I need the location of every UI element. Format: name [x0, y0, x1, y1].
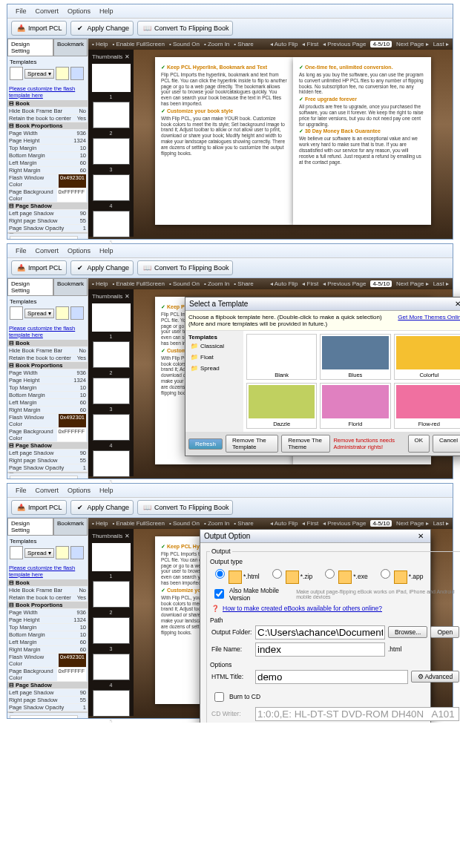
prop-row[interactable]: Page Height1324 — [7, 137, 88, 145]
help-link[interactable]: How to make created eBooks available for… — [223, 605, 382, 612]
open-button[interactable]: Open — [430, 626, 459, 638]
close-icon[interactable]: ✕ — [125, 53, 130, 60]
template-dazzle[interactable]: Dazzle — [246, 383, 317, 429]
ctrl-next-page[interactable]: Next Page ▸ — [396, 520, 429, 527]
template-blues[interactable]: Blues — [320, 334, 390, 380]
page-indicator[interactable]: 4-5/10 — [370, 41, 392, 47]
ctrl-previous-page[interactable]: ◂ Previous Page — [323, 280, 366, 287]
customize-link[interactable]: Please customize the flash template here — [7, 323, 88, 340]
ctrl-auto-flip[interactable]: ◂ Auto Flip — [270, 280, 298, 287]
ctrl-zoom-in[interactable]: • Zoom In — [204, 280, 229, 287]
refresh-button[interactable]: Refresh — [188, 438, 223, 450]
prop-header[interactable]: ⊟ Page Shadow — [7, 442, 88, 450]
prop-row[interactable]: Page Shadow Opacity1 — [7, 464, 88, 472]
page-indicator[interactable]: 4-5/10 — [370, 520, 392, 527]
prop-row[interactable]: Left Margin60 — [7, 160, 88, 167]
template-colorful[interactable]: Colorful — [394, 334, 460, 380]
prop-header[interactable]: ⊟ Book Proportions — [7, 122, 88, 130]
ctrl-first[interactable]: ◂ First — [302, 280, 318, 287]
ctrl-next-page[interactable]: Next Page ▸ — [396, 41, 429, 47]
prop-row[interactable]: Bottom Margin10 — [7, 392, 88, 399]
browse-button[interactable]: Browse... — [388, 626, 427, 638]
thumbnail-2[interactable] — [93, 102, 130, 128]
ctrl-share[interactable]: • Share — [234, 41, 253, 47]
menu-help[interactable]: Help — [95, 485, 118, 496]
ctrl-share[interactable]: • Share — [234, 520, 253, 527]
template-open-icon[interactable] — [56, 67, 69, 80]
prop-row[interactable]: Page Background Color0xFFFFFF — [7, 188, 88, 203]
menu-help[interactable]: Help — [95, 6, 118, 16]
prop-header[interactable]: ⊟ Page Shadow — [7, 203, 88, 210]
remove-theme-button[interactable]: Remove The Theme — [281, 435, 330, 453]
template-flow-red[interactable]: Flow-red — [394, 383, 460, 429]
thumbnail-5[interactable] — [93, 690, 130, 717]
prop-header[interactable]: ⊟ Book Proportions — [7, 602, 88, 609]
thumbnail-3[interactable] — [93, 138, 130, 165]
menu-help[interactable]: Help — [95, 246, 118, 256]
burn-checkbox[interactable] — [214, 692, 224, 702]
ctrl-help[interactable]: • Help — [92, 41, 108, 47]
prop-header[interactable]: ⊟ Book — [7, 100, 88, 108]
thumbnail-1[interactable] — [92, 64, 131, 92]
ctrl-help[interactable]: • Help — [92, 520, 108, 527]
template-blank[interactable]: Blank — [246, 334, 317, 380]
prop-row[interactable]: Retain the book to centerYes — [7, 594, 88, 602]
close-icon[interactable]: ✕ — [452, 300, 460, 308]
prop-row[interactable]: Left Margin60 — [7, 399, 88, 407]
close-icon[interactable]: ✕ — [415, 532, 427, 540]
prop-row[interactable]: Page Width936 — [7, 609, 88, 617]
convert-button[interactable]: 📖Convert To Flipping Book — [137, 21, 233, 36]
template-save-icon[interactable] — [70, 546, 84, 559]
ctrl-last[interactable]: Last ▸ — [433, 41, 449, 47]
radio-html[interactable]: *.html — [211, 567, 260, 584]
template-save-icon[interactable] — [70, 306, 84, 320]
prop-header[interactable]: ⊟ Book — [7, 579, 88, 587]
prop-row[interactable]: Hide Book Frame BarNo — [7, 108, 88, 115]
close-icon[interactable]: ✕ — [125, 533, 130, 539]
cd-writer-select[interactable] — [255, 707, 459, 721]
ctrl-enable-fullscreen[interactable]: • Enable FullScreen — [112, 41, 164, 47]
prop-row[interactable]: Bottom Margin10 — [7, 631, 88, 639]
prop-row[interactable]: Page Background Color0xFFFFFF — [7, 428, 88, 442]
prop-row[interactable]: Retain the book to centerYes — [7, 355, 88, 362]
ctrl-last[interactable]: Last ▸ — [433, 280, 449, 287]
book-area[interactable]: Keep PCL Hyperlink, Bookmark and TextFli… — [134, 50, 453, 237]
radio-exe[interactable]: *.exe — [321, 567, 367, 584]
thumbnail-3[interactable] — [93, 617, 130, 644]
import-button[interactable]: 📥Import PCL — [11, 500, 67, 515]
prop-row[interactable]: Right Margin60 — [7, 646, 88, 654]
tab-design[interactable]: Design Setting — [7, 518, 53, 536]
filename-input[interactable] — [255, 642, 385, 657]
prop-row[interactable]: Right Margin60 — [7, 407, 88, 414]
ok-button[interactable]: OK — [408, 435, 430, 453]
menu-options[interactable]: Options — [63, 246, 95, 256]
thumbnail-4[interactable] — [93, 174, 130, 201]
prop-row[interactable]: Right page Shadow55 — [7, 697, 88, 704]
prop-row[interactable]: Retain the book to centerYes — [7, 115, 88, 122]
template-open-icon[interactable] — [56, 306, 69, 320]
import-button[interactable]: 📥Import PCL — [11, 260, 67, 275]
prop-row[interactable]: Left page Shadow90 — [7, 689, 88, 697]
thumbnail-3[interactable] — [93, 378, 130, 404]
menu-options[interactable]: Options — [63, 485, 95, 496]
prop-row[interactable]: Top Margin10 — [7, 145, 88, 152]
close-icon[interactable]: ✕ — [125, 293, 130, 300]
prop-row[interactable]: Left Margin60 — [7, 639, 88, 646]
menu-file[interactable]: File — [11, 246, 31, 256]
prop-row[interactable]: Top Margin10 — [7, 384, 88, 392]
thumbnail-4[interactable] — [93, 654, 130, 680]
prop-row[interactable]: Flash Window Color0x492301 — [7, 654, 88, 668]
template-save-icon[interactable] — [70, 67, 84, 80]
menu-file[interactable]: File — [11, 6, 31, 16]
ctrl-zoom-in[interactable]: • Zoom In — [204, 520, 229, 527]
template-thumb[interactable] — [10, 546, 23, 559]
prop-header[interactable]: ⊟ Background Config — [7, 232, 88, 234]
customize-link[interactable]: Please customize the flash template here — [7, 84, 88, 100]
apply-button[interactable]: ✔Apply Change — [70, 21, 134, 36]
thumbnail-5[interactable] — [93, 450, 130, 477]
ctrl-sound-on[interactable]: • Sound On — [169, 520, 200, 527]
menu-options[interactable]: Options — [63, 6, 95, 16]
menu-convert[interactable]: Convert — [31, 6, 64, 16]
tab-design[interactable]: Design Setting — [7, 39, 53, 56]
apply-button[interactable]: ✔Apply Change — [70, 500, 134, 515]
